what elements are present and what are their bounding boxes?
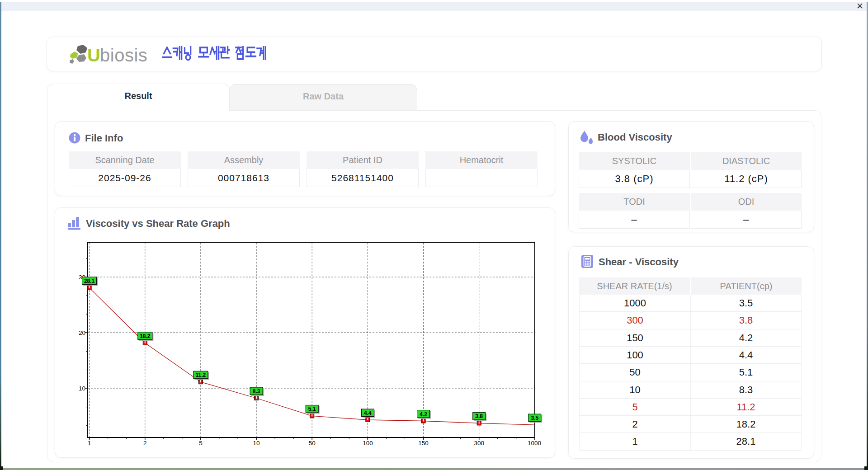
svg-text:50: 50 — [309, 440, 316, 446]
svg-text:8.3: 8.3 — [253, 388, 260, 395]
svg-text:28.1: 28.1 — [84, 278, 95, 284]
svg-text:1000: 1000 — [528, 440, 541, 446]
svg-text:150: 150 — [418, 440, 429, 446]
svg-text:20: 20 — [79, 329, 85, 336]
svg-text:4.4: 4.4 — [364, 410, 372, 416]
svg-text:10: 10 — [79, 385, 85, 392]
svg-text:5.1: 5.1 — [308, 406, 316, 412]
svg-text:10: 10 — [253, 440, 260, 446]
svg-text:1: 1 — [88, 440, 91, 446]
svg-text:biosis: biosis — [100, 45, 147, 65]
svg-text:3.8: 3.8 — [475, 413, 483, 419]
svg-text:U: U — [87, 45, 100, 65]
svg-text:18.2: 18.2 — [140, 333, 151, 339]
svg-text:100: 100 — [363, 440, 373, 446]
svg-text:2: 2 — [143, 440, 147, 446]
svg-text:11.2: 11.2 — [196, 372, 206, 378]
svg-text:5: 5 — [199, 440, 203, 446]
svg-text:300: 300 — [474, 440, 484, 446]
svg-text:4.2: 4.2 — [420, 411, 427, 418]
svg-text:3.5: 3.5 — [531, 415, 538, 421]
